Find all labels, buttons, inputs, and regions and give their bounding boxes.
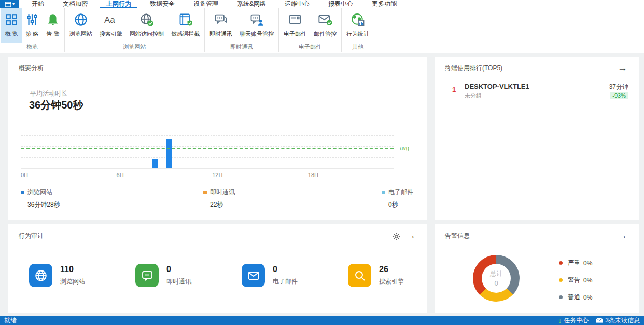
chart-bar (152, 159, 158, 168)
app-window: ▾ 开始 文档加密 上网行为 数据安全 设备管理 系统&网络 运维中心 报表中心… (0, 0, 644, 325)
globe-icon (29, 264, 52, 287)
stat-value: 0 (273, 265, 277, 274)
stat-im[interactable]: 0 即时通讯 (135, 264, 234, 290)
stat-search-engine[interactable]: 26 搜索引擎 (348, 264, 446, 290)
donut-center-value: 0 (494, 279, 498, 287)
alarm-info-panel: 告警信息 → 总计 0 严重0% 警告0% 普通0% (435, 224, 639, 313)
legend-dot (559, 278, 563, 282)
globe-check-icon (139, 11, 154, 29)
tab-device-mgmt[interactable]: 设备管理 (187, 0, 225, 8)
ribbon-group-im: 即时通讯 聊天账号管控 即时通讯 (205, 8, 279, 52)
ribbon-overview-button[interactable]: 概 览 (1, 8, 22, 43)
donut-center: 总计 0 (482, 264, 511, 293)
status-text: 就绪 (4, 316, 17, 325)
ribbon-site-access-control-button[interactable]: 网站访问控制 (126, 8, 167, 43)
legend-label: 严重 (568, 259, 580, 266)
stat-label: 浏览网站 (60, 277, 85, 286)
x-tick-label: 18H (308, 172, 318, 178)
stat-value: 0 (166, 265, 171, 274)
terminal-group: 未分组 (465, 92, 482, 100)
stat-value: 110 (60, 265, 74, 274)
stat-browse-sites[interactable]: 110 浏览网站 (29, 264, 128, 290)
panel-title: 告警信息 (445, 232, 470, 240)
tab-start[interactable]: 开始 (25, 0, 50, 8)
panel-title: 终端使用排行(TOP5) (445, 64, 502, 73)
sliders-icon (25, 11, 39, 29)
x-tick-label: 0H (21, 172, 28, 178)
svg-text:Aa: Aa (104, 15, 115, 25)
avg-label: avg (400, 145, 409, 151)
tab-web-behavior[interactable]: 上网行为 (100, 0, 137, 8)
alarm-legend-item: 普通0% (559, 292, 626, 300)
task-center-button[interactable]: ↓ 任务中心 (558, 316, 589, 325)
mail-icon (288, 11, 302, 29)
chart-bar (166, 139, 172, 168)
ribbon-im-button[interactable]: 即时通讯 (206, 8, 236, 43)
tab-data-security[interactable]: 数据安全 (144, 0, 181, 8)
task-center-label: 任务中心 (564, 316, 589, 325)
ribbon-button-label: 行为统计 (346, 30, 369, 38)
panel-title: 概要分析 (19, 64, 44, 73)
ribbon-policy-button[interactable]: 策 略 (22, 8, 43, 43)
terminal-name: DESKTOP-VLKTLE1 (465, 83, 529, 90)
rank-number: 1 (452, 86, 456, 93)
arrow-right-icon[interactable]: → (618, 231, 627, 240)
legend-item: 电子邮件 0秒 (382, 187, 423, 209)
chat-icon (214, 11, 228, 29)
legend-marker (382, 191, 385, 194)
arrow-right-icon[interactable]: → (618, 63, 627, 73)
ribbon-group-overview: 概 览 策 略 告 警 概览 (0, 8, 65, 52)
unread-messages-label: 3条未读信息 (605, 316, 640, 325)
ribbon-button-label: 策 略 (25, 30, 38, 38)
avg-line: avg (21, 148, 394, 149)
stat-label: 电子邮件 (273, 277, 298, 286)
tab-report-center[interactable]: 报表中心 (322, 0, 359, 8)
ribbon-behavior-stats-button[interactable]: 行为统计 (343, 8, 373, 43)
ribbon-button-label: 即时通讯 (209, 30, 232, 38)
gridline (21, 146, 394, 147)
unread-messages-button[interactable]: 3条未读信息 (596, 316, 640, 325)
x-tick-label: 12H (212, 172, 222, 178)
legend-marker (21, 191, 24, 194)
download-arrow-icon: ↓ (558, 317, 562, 324)
ribbon-search-engine-button[interactable]: Aa 搜索引擎 (96, 8, 126, 43)
ribbon-browse-site-button[interactable]: 浏览网站 (66, 8, 96, 43)
summary-panel: 概要分析 平均活动时长 36分钟50秒 avg 0H6H12H18H 浏览网站 … (8, 57, 427, 220)
chat-user-icon (249, 11, 264, 29)
doc-shield-icon (178, 11, 193, 29)
ribbon-mail-control-button[interactable]: 邮件管控 (310, 8, 340, 43)
ribbon-button-label: 电子邮件 (284, 30, 306, 38)
globe-icon (74, 11, 88, 29)
x-tick-label: 6H (117, 172, 124, 178)
chat-icon (135, 264, 159, 287)
ribbon-sensitive-word-button[interactable]: 敏感词拦截 (167, 8, 203, 43)
alarm-legend-item: 警告0% (559, 275, 626, 282)
ribbon-chat-account-button[interactable]: 聊天账号管控 (236, 8, 277, 43)
legend-item: 即时通讯 22秒 (203, 187, 297, 209)
stat-email[interactable]: 0 电子邮件 (242, 264, 340, 290)
gridline (21, 157, 394, 158)
tab-doc-encrypt[interactable]: 文档加密 (57, 0, 94, 8)
ribbon-button-label: 聊天账号管控 (240, 30, 274, 38)
ribbon-group-label: 即时通讯 (206, 43, 277, 53)
activity-chart: avg (21, 124, 394, 169)
app-menu-button[interactable]: ▾ (0, 0, 19, 8)
arrow-right-icon[interactable]: → (406, 231, 416, 240)
ribbon-group-label: 电子邮件 (280, 43, 340, 53)
legend-label: 即时通讯 (210, 188, 235, 196)
tab-system-network[interactable]: 系统&网络 (231, 0, 272, 8)
tab-ops-center[interactable]: 运维中心 (278, 0, 316, 8)
ribbon-email-button[interactable]: 电子邮件 (280, 8, 310, 43)
ribbon-button-label: 网站访问控制 (130, 30, 164, 38)
tab-more[interactable]: 更多功能 (366, 0, 403, 8)
terminal-ranking-panel: 终端使用排行(TOP5) → 1 DESKTOP-VLKTLE1 未分组 37分… (435, 57, 639, 220)
ribbon-button-label: 邮件管控 (314, 30, 337, 38)
legend-item: 浏览网站 36分钟28秒 (21, 187, 114, 209)
bell-icon (46, 11, 60, 29)
legend-value: 22秒 (210, 200, 297, 209)
legend-marker (203, 191, 207, 194)
ribbon-alert-button[interactable]: 告 警 (43, 8, 63, 43)
gear-icon[interactable] (393, 233, 400, 242)
chevron-down-icon: ▾ (12, 2, 15, 6)
ranking-item[interactable]: 1 DESKTOP-VLKTLE1 未分组 37分钟 -93% (445, 82, 629, 102)
